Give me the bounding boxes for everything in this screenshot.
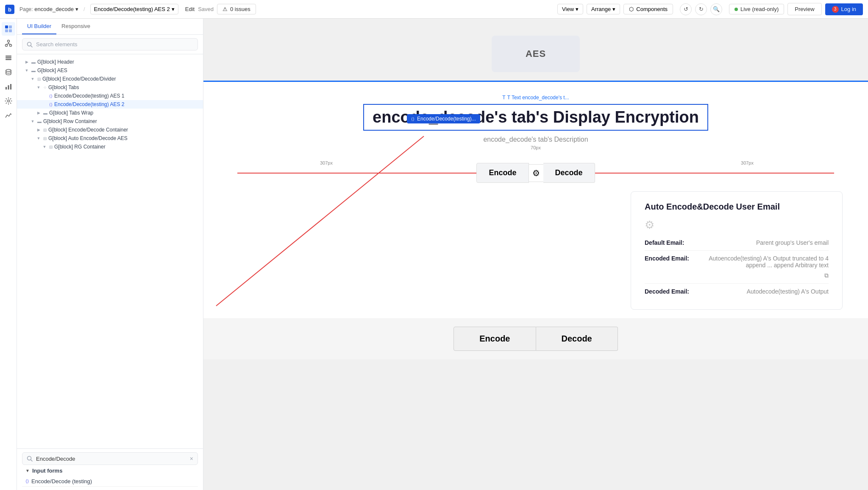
tree-item-header[interactable]: ▬ G[block] Header — [17, 58, 203, 66]
svg-point-15 — [6, 70, 11, 72]
bottom-decode-button[interactable]: Decode — [536, 327, 618, 351]
components-button[interactable]: ⬡ Components — [623, 4, 673, 14]
user-email-card: Auto Encode&Decode User Email ⚙ Default … — [631, 191, 843, 310]
view-button[interactable]: View ▾ — [557, 4, 583, 14]
bottom-btns-section: Encode Decode — [203, 318, 868, 359]
search-clear-button[interactable]: × — [190, 455, 193, 462]
svg-rect-4 — [5, 29, 8, 32]
bottom-encode-button[interactable]: Encode — [453, 327, 536, 351]
tree-item-aes2[interactable]: ⟨⟩ Encode/Decode(testing) AES 2 — [17, 100, 203, 109]
input-forms-toggle-icon[interactable]: ▼ — [25, 468, 30, 473]
encode-button[interactable]: Encode — [476, 163, 529, 183]
search-result-encode-decode[interactable]: ⟨⟩ Encode/Decode (testing) — [22, 476, 198, 487]
sidebar-icon-tree[interactable] — [2, 36, 15, 50]
undo-button[interactable]: ↺ — [680, 3, 692, 15]
tree-arrow-auto-encode-decode[interactable] — [36, 135, 42, 141]
sidebar-icon-data[interactable] — [2, 51, 15, 64]
live-label: Live (read-only) — [740, 6, 779, 12]
search-input-wrap — [22, 38, 198, 50]
encoded-email-label: Encoded Email: — [645, 255, 689, 262]
tree-label-tabs: G[block] Tabs — [48, 84, 79, 90]
search-filter-section: × ▼ Input forms ⟨⟩ Encode/Decode (testin… — [17, 448, 203, 490]
arrange-label: Arrange — [591, 6, 611, 12]
block-icon-tabs: ⁘ — [43, 85, 47, 90]
search-button[interactable]: 🔍 — [710, 3, 722, 15]
decode-button[interactable]: Decode — [543, 163, 595, 183]
page-selector[interactable]: Page: encode_decode ▾ — [19, 6, 78, 12]
sidebar-icon-analytics[interactable] — [2, 80, 15, 93]
tree-item-auto-encode-decode[interactable]: ⊟ G[block] Auto Encode/Decode AES — [17, 134, 203, 143]
arrange-button[interactable]: Arrange ▾ — [587, 4, 620, 14]
search-filter-input[interactable] — [36, 456, 186, 462]
tree-item-encode-decode-container[interactable]: ⊟ G[block] Encode/Decode Container — [17, 126, 203, 134]
encode-decode-buttons: Encode ⚙ Decode — [476, 163, 595, 183]
block-icon-row-container: ▬ — [37, 119, 42, 124]
result-label: Encode/Decode (testing) — [31, 478, 92, 484]
redo-button[interactable]: ↻ — [695, 3, 707, 15]
svg-line-11 — [8, 44, 11, 45]
tree-item-tabs[interactable]: ⁘ G[block] Tabs — [17, 83, 203, 92]
page-dropdown-icon[interactable]: ▾ — [75, 6, 78, 12]
sidebar-icon-chart[interactable] — [2, 109, 15, 122]
input-forms-section-label: ▼ Input forms — [22, 465, 198, 476]
svg-rect-2 — [5, 25, 8, 28]
svg-line-10 — [6, 44, 8, 45]
input-forms-label-text: Input forms — [32, 468, 63, 474]
tab-responsive[interactable]: Responsive — [56, 19, 95, 34]
tree-item-row-container[interactable]: ▬ G[block] Row Container — [17, 117, 203, 126]
dropdown-chevron-icon: ▾ — [172, 6, 175, 12]
search-elements-bar — [17, 35, 203, 54]
tree-arrow-divider[interactable] — [30, 76, 36, 82]
block-icon-header: ▬ — [31, 60, 36, 64]
login-button[interactable]: 3 Log in — [825, 3, 863, 15]
svg-text:b: b — [8, 6, 11, 13]
app-logo[interactable]: b — [5, 5, 14, 14]
tree-label-rg-container: G[block] RG Container — [54, 144, 106, 150]
dropdown-label: Encode/Decode(testing) AES 2 — [94, 6, 170, 12]
tree-arrow-tabs[interactable] — [36, 84, 42, 90]
edit-button[interactable]: Edit — [185, 6, 195, 12]
tree-arrow-aes[interactable] — [24, 67, 30, 73]
page-version-dropdown[interactable]: Encode/Decode(testing) AES 2 ▾ — [90, 4, 178, 14]
svg-line-21 — [31, 45, 33, 47]
notification-badge: 3 — [832, 6, 839, 13]
gear-in-card-icon: ⚙ — [645, 218, 829, 232]
default-email-label: Default Email: — [645, 239, 684, 246]
tree-arrow-row-container[interactable] — [30, 118, 36, 124]
tree-item-aes1[interactable]: ⟨⟩ Encode/Decode(testing) AES 1 — [17, 92, 203, 100]
icon-sidebar — [0, 19, 17, 490]
element-tooltip[interactable]: ⟨⟩ Encode/Decode(testing)... — [407, 114, 480, 123]
sidebar-icon-ui[interactable] — [2, 22, 15, 36]
left-panel-tabs: UI Builder Responsive — [17, 19, 203, 35]
search-input[interactable] — [36, 41, 193, 48]
decoded-email-row: Decoded Email: Autodecode(testing) A's O… — [645, 284, 829, 299]
canvas-tab-description: encode_decode's tab's Description — [220, 136, 851, 143]
svg-point-7 — [5, 45, 7, 47]
encode-line-left — [237, 173, 476, 174]
tree-arrow-tabs-wrap[interactable] — [36, 110, 42, 116]
main-layout: UI Builder Responsive ▬ G[block] Header … — [0, 19, 868, 490]
tree-item-divider[interactable]: ⊟ G[block] Encode/Decode/Divider — [17, 75, 203, 83]
live-button[interactable]: Live (read-only) — [729, 4, 784, 14]
sidebar-icon-database[interactable] — [2, 65, 15, 79]
tree-arrow-encode-decode-container[interactable] — [36, 127, 42, 133]
sidebar-icon-settings[interactable] — [2, 94, 15, 108]
issues-button[interactable]: ⚠ 0 issues — [217, 4, 256, 14]
tree-arrow-header[interactable] — [24, 59, 30, 65]
user-email-section: Auto Encode&Decode User Email ⚙ Default … — [203, 187, 868, 318]
tree-label-encode-decode-container: G[block] Encode/Decode Container — [48, 127, 128, 133]
issues-count: 0 issues — [230, 6, 250, 12]
encode-line-right — [595, 173, 834, 174]
tree-item-rg-container[interactable]: ⊟ G[block] RG Container — [17, 143, 203, 151]
tree-item-aes[interactable]: ▬ G[block] AES — [17, 66, 203, 75]
svg-rect-12 — [6, 56, 11, 57]
tab-ui-builder[interactable]: UI Builder — [22, 19, 56, 34]
components-cube-icon: ⬡ — [629, 6, 634, 12]
tree-item-tabs-wrap[interactable]: ▬ G[block] Tabs Wrap — [17, 109, 203, 117]
svg-point-6 — [7, 40, 9, 42]
preview-button[interactable]: Preview — [787, 3, 821, 15]
copy-icon[interactable]: ⧉ — [824, 272, 829, 279]
tree-arrow-rg-container[interactable] — [42, 144, 47, 150]
login-label: Log in — [841, 6, 856, 12]
svg-rect-5 — [9, 29, 12, 32]
